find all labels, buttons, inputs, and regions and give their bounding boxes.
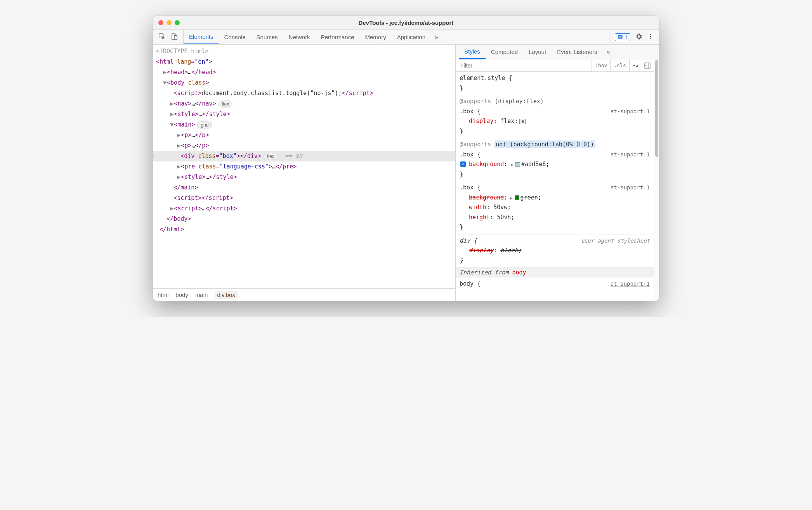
breadcrumb: html body main div.box	[153, 288, 455, 301]
tab-application[interactable]: Application	[392, 30, 431, 44]
css-property-overridden[interactable]: background: ▶green;	[460, 193, 650, 203]
source-link[interactable]: at-support:1	[611, 150, 650, 160]
dom-node-main-close[interactable]: </main>	[153, 182, 455, 193]
window-title: DevTools - jec.fyi/demo/at-support	[153, 19, 659, 26]
color-swatch[interactable]	[515, 162, 520, 167]
dom-node-script[interactable]: ▶<script>…</script>	[153, 203, 455, 214]
issues-icon	[618, 35, 623, 40]
svg-rect-7	[645, 63, 650, 68]
main-tabs: Elements Console Sources Network Perform…	[184, 30, 609, 44]
source-link[interactable]: at-support:1	[611, 107, 650, 116]
dom-node-nav[interactable]: ▶<nav>…</nav>flex	[153, 99, 455, 109]
expand-shorthand-icon[interactable]: ▶	[511, 162, 514, 167]
new-rule-button[interactable]: +◢	[629, 59, 641, 71]
svg-point-4	[650, 34, 651, 35]
svg-point-5	[650, 36, 651, 37]
rule-box[interactable]: .box { at-support:1 background: ▶green; …	[456, 181, 654, 234]
devtools-window: DevTools - jec.fyi/demo/at-support Eleme…	[153, 16, 659, 301]
dom-node-script-empty[interactable]: <script></script>	[153, 193, 455, 203]
issues-badge[interactable]: 1	[615, 33, 630, 41]
breadcrumb-item-current[interactable]: div.box	[215, 291, 237, 299]
dom-node-style[interactable]: ▶<style>…</style>	[153, 172, 455, 182]
svg-rect-3	[618, 35, 623, 38]
maximize-window-button[interactable]	[175, 20, 180, 25]
window-controls	[158, 20, 180, 25]
tab-event-listeners[interactable]: Event Listeners	[552, 45, 602, 59]
dom-node-div-box-selected[interactable]: <div class="box"></div>flex == $0	[153, 151, 455, 161]
styles-tabs: Styles Computed Layout Event Listeners »	[456, 45, 659, 59]
rule-element-style[interactable]: element.style { }	[456, 72, 654, 95]
svg-point-6	[650, 38, 651, 39]
dom-node-p[interactable]: ▶<p>…</p>	[153, 130, 455, 141]
flex-editor-icon[interactable]: ▦	[519, 119, 526, 124]
dom-node-body-close[interactable]: </body>	[153, 214, 455, 224]
toggle-hov-button[interactable]: :hov	[592, 59, 610, 71]
styles-panel: Styles Computed Layout Event Listeners »…	[456, 45, 659, 301]
dom-node-body[interactable]: ▼<body class>	[153, 78, 455, 88]
console-ref: == $0	[285, 153, 302, 160]
tab-console[interactable]: Console	[219, 30, 251, 44]
css-property[interactable]: background: ▶#add8e6;	[460, 160, 650, 170]
main-toolbar: Elements Console Sources Network Perform…	[153, 30, 659, 45]
inspect-element-icon[interactable]	[158, 33, 165, 42]
close-window-button[interactable]	[158, 20, 163, 25]
titlebar: DevTools - jec.fyi/demo/at-support	[153, 16, 659, 30]
more-styles-tabs-icon[interactable]: »	[603, 49, 614, 56]
inherited-separator: Inherited from body	[456, 267, 654, 278]
css-property-overridden[interactable]: display: block;	[460, 246, 650, 256]
layout-badge-grid[interactable]: grid	[197, 121, 212, 128]
layout-badge-flex[interactable]: flex	[219, 101, 233, 108]
styles-filter-input[interactable]	[456, 62, 592, 69]
tab-layout[interactable]: Layout	[523, 45, 552, 59]
styles-toolbar: :hov .cls +◢	[456, 59, 654, 72]
dom-node-script-inline[interactable]: <script>document.body.classList.toggle("…	[153, 88, 455, 99]
tab-computed[interactable]: Computed	[486, 45, 523, 59]
scrollbar-thumb[interactable]	[655, 60, 658, 157]
color-swatch[interactable]	[515, 195, 519, 200]
rule-supports-lab[interactable]: @supports not (background:lab(0% 0 0)) .…	[456, 138, 654, 181]
layout-badge-flex[interactable]: flex	[264, 153, 278, 160]
rule-body[interactable]: body { at-support:1	[456, 278, 654, 291]
expand-shorthand-icon[interactable]: ▶	[507, 196, 512, 201]
scrollbar[interactable]	[654, 59, 659, 301]
more-tabs-icon[interactable]: »	[431, 34, 442, 41]
device-toolbar-icon[interactable]	[171, 33, 178, 42]
css-property[interactable]: width: 50vw;	[460, 203, 650, 213]
dom-node-pre[interactable]: ▶<pre class="language-css">…</pre>	[153, 161, 455, 172]
dom-node-p[interactable]: ▶<p>…</p>	[153, 141, 455, 151]
supports-condition-highlighted: not (background:lab(0% 0 0))	[494, 141, 595, 148]
rule-supports-flex[interactable]: @supports (display:flex) .box { at-suppo…	[456, 95, 654, 138]
breadcrumb-item[interactable]: body	[175, 291, 188, 298]
dom-node-head[interactable]: ▶<head>…</head>	[153, 67, 455, 78]
dom-node-html-close[interactable]: </html>	[153, 224, 455, 235]
computed-sidebar-icon[interactable]	[641, 59, 654, 71]
issues-count: 1	[625, 34, 628, 40]
minimize-window-button[interactable]	[167, 20, 172, 25]
tab-elements[interactable]: Elements	[184, 30, 219, 45]
svg-rect-2	[174, 35, 177, 39]
source-link[interactable]: at-support:1	[611, 183, 650, 193]
css-property[interactable]: height: 50vh;	[460, 213, 650, 223]
rule-div-ua[interactable]: div { user agent stylesheet display: blo…	[456, 234, 654, 268]
tab-performance[interactable]: Performance	[316, 30, 360, 44]
tab-memory[interactable]: Memory	[360, 30, 392, 44]
dom-tree[interactable]: <!DOCTYPE html> <html lang="en"> ▶<head>…	[153, 45, 455, 288]
css-property[interactable]: display: flex;▦	[460, 116, 650, 127]
property-enable-checkbox[interactable]	[460, 161, 466, 167]
doctype: <!DOCTYPE html>	[156, 48, 208, 55]
source-link[interactable]: at-support:1	[611, 279, 650, 289]
tab-sources[interactable]: Sources	[251, 30, 283, 44]
dom-node-html[interactable]: <html lang="en">	[153, 57, 455, 67]
toggle-cls-button[interactable]: .cls	[610, 59, 629, 71]
breadcrumb-item[interactable]: html	[158, 291, 168, 298]
dom-node-style[interactable]: ▶<style>…</style>	[153, 109, 455, 120]
tab-network[interactable]: Network	[283, 30, 316, 44]
kebab-menu-icon[interactable]	[647, 33, 654, 41]
dom-node-main[interactable]: ▼<main>grid	[153, 120, 455, 130]
breadcrumb-item[interactable]: main	[195, 291, 208, 298]
elements-panel: <!DOCTYPE html> <html lang="en"> ▶<head>…	[153, 45, 456, 301]
settings-icon[interactable]	[635, 33, 643, 42]
ua-stylesheet-label: user agent stylesheet	[581, 236, 650, 246]
tab-styles[interactable]: Styles	[459, 45, 486, 59]
styles-rules: element.style { } @supports (display:fle…	[456, 72, 654, 301]
